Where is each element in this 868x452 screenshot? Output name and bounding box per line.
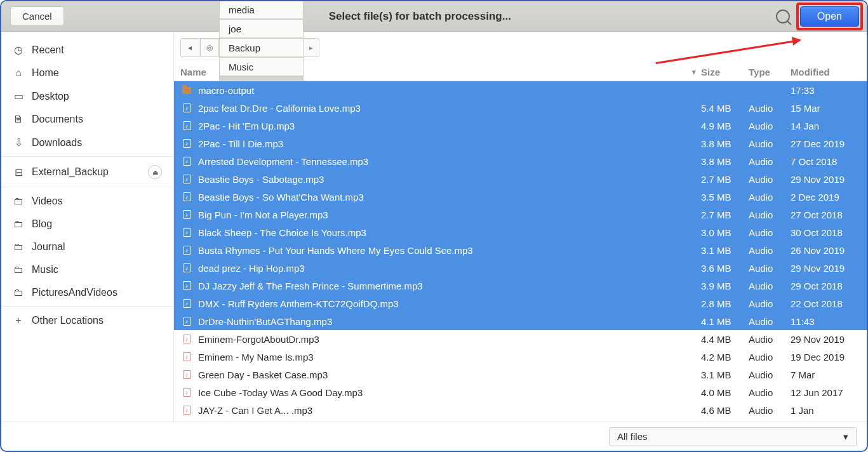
file-row[interactable]: Green Day - Basket Case.mp33.1 MBAudio7 … (174, 366, 867, 383)
file-size: 2.7 MB (701, 209, 749, 220)
file-size: 2.7 MB (701, 174, 749, 185)
file-type: Audio (749, 369, 791, 380)
path-root-button[interactable]: ◎ (200, 38, 219, 57)
cancel-button[interactable]: Cancel (10, 6, 64, 26)
file-name: Big Pun - I'm Not a Player.mp3 (198, 209, 701, 220)
sidebar-item-documents[interactable]: 🗎Documents (1, 108, 173, 131)
sidebar-item-journal[interactable]: 🗀Journal (1, 236, 173, 258)
file-modified: 29 Nov 2019 (791, 263, 867, 274)
sidebar-item-music[interactable]: 🗀Music (1, 258, 173, 281)
disk-icon: ◎ (206, 43, 213, 52)
file-type: Audio (749, 192, 791, 203)
sidebar-item-desktop[interactable]: ▭Desktop (1, 84, 173, 108)
body: ◷Recent⌂Home▭Desktop🗎Documents⇩Downloads… (1, 32, 867, 422)
file-name: Beastie Boys - So What'Cha Want.mp3 (198, 192, 701, 203)
column-headers: Name ▾ Size Type Modified (174, 63, 867, 81)
path-forward-button[interactable]: ▸ (303, 38, 319, 57)
file-row[interactable]: Beastie Boys - Sabotage.mp32.7 MBAudio29… (174, 170, 867, 188)
sidebar-item-external_backup[interactable]: ⊟External_Backup⏏ (1, 159, 173, 187)
file-type: Audio (749, 227, 791, 238)
footer-bar: All files ▾ (1, 422, 867, 451)
audio-file-icon (180, 210, 193, 219)
file-list[interactable]: macro-output17:332pac feat Dr.Dre - Cali… (174, 81, 867, 422)
forward-icon: ▸ (309, 44, 313, 52)
file-size: 3.5 MB (701, 192, 749, 203)
file-type: Audio (749, 245, 791, 256)
file-row[interactable]: DJ Jazzy Jeff & The Fresh Prince - Summe… (174, 277, 867, 295)
file-row[interactable]: Black Sheep - The Choice Is Yours.mp33.0… (174, 223, 867, 241)
breadcrumb-segment[interactable]: joe (219, 19, 304, 38)
audio-file-icon (180, 103, 193, 112)
file-row[interactable]: 2Pac - Hit 'Em Up.mp34.9 MBAudio14 Jan (174, 117, 867, 135)
file-row[interactable]: DrDre-Nuthin'ButAGThang.mp34.1 MBAudio11… (174, 312, 867, 330)
open-button[interactable]: Open (800, 6, 859, 27)
file-modified: 26 Nov 2019 (791, 245, 867, 256)
home-icon: ⌂ (13, 67, 24, 79)
file-type: Audio (749, 352, 791, 362)
file-row[interactable]: Busta Rhymes - Put Your Hands Where My E… (174, 241, 867, 259)
sidebar-item-label: External_Backup (32, 166, 109, 178)
file-name: 2Pac - Till I Die.mp3 (198, 138, 701, 149)
file-row[interactable]: DMX - Ruff Ryders Anthem-KTC72QoifDQ.mp3… (174, 295, 867, 312)
file-row[interactable]: Ice Cube -Today Was A Good Day.mp34.0 MB… (174, 383, 867, 401)
search-icon[interactable] (776, 10, 790, 23)
file-row[interactable]: Beastie Boys - So What'Cha Want.mp33.5 M… (174, 188, 867, 206)
sidebar-item-picturesandvideos[interactable]: 🗀PicturesAndVideos (1, 281, 173, 307)
file-row[interactable]: macro-output17:33 (174, 81, 867, 99)
sidebar-item-recent[interactable]: ◷Recent (1, 38, 173, 62)
audio-file-icon (180, 121, 193, 130)
file-size: 3.8 MB (701, 156, 749, 167)
main-panel: ◂ ◎ mediajoeBackupMusicRunningPlaylist ▸… (174, 32, 867, 422)
file-size: 5.4 MB (701, 103, 749, 114)
file-type: Audio (749, 387, 791, 398)
sidebar-item-downloads[interactable]: ⇩Downloads (1, 131, 173, 157)
audio-file-icon (180, 228, 193, 237)
file-row[interactable]: Arrested Development - Tennessee.mp33.8 … (174, 152, 867, 170)
audio-file-icon (180, 246, 193, 255)
file-modified: 30 Oct 2018 (791, 227, 867, 238)
sidebar-item-blog[interactable]: 🗀Blog (1, 213, 173, 236)
file-size: 3.1 MB (701, 369, 749, 380)
column-header-modified[interactable]: Modified (791, 67, 867, 77)
file-row[interactable]: 2Pac - Till I Die.mp33.8 MBAudio27 Dec 2… (174, 135, 867, 152)
file-size: 3.9 MB (701, 281, 749, 291)
column-header-type[interactable]: Type (749, 67, 791, 77)
path-back-button[interactable]: ◂ (180, 38, 199, 57)
file-name: dead prez - Hip Hop.mp3 (198, 263, 701, 274)
file-row[interactable]: JAY-Z - Can I Get A... .mp34.6 MBAudio1 … (174, 401, 867, 419)
file-row[interactable]: Eminem-ForgotAboutDr.mp34.4 MBAudio29 No… (174, 330, 867, 348)
eject-icon[interactable]: ⏏ (148, 165, 162, 179)
file-modified: 2 Dec 2019 (791, 192, 867, 203)
file-type-filter[interactable]: All files ▾ (609, 427, 857, 446)
sidebar-item-home[interactable]: ⌂Home (1, 62, 173, 84)
sidebar-item-label: Desktop (32, 91, 69, 102)
file-modified: 7 Oct 2018 (791, 156, 867, 167)
file-name: Eminem - My Name Is.mp3 (198, 352, 701, 362)
file-row[interactable]: Eminem - My Name Is.mp34.2 MBAudio19 Dec… (174, 348, 867, 366)
file-row[interactable]: dead prez - Hip Hop.mp33.6 MBAudio29 Nov… (174, 259, 867, 277)
file-size: 4.9 MB (701, 121, 749, 131)
file-row[interactable]: 2pac feat Dr.Dre - California Love.mp35.… (174, 99, 867, 117)
sidebar-item-videos[interactable]: 🗀Videos (1, 190, 173, 213)
column-header-name[interactable]: Name (180, 67, 692, 77)
path-bar: ◂ ◎ mediajoeBackupMusicRunningPlaylist ▸ (174, 32, 867, 63)
file-type: Audio (749, 334, 791, 345)
file-name: 2pac feat Dr.Dre - California Love.mp3 (198, 103, 701, 114)
breadcrumb-segment[interactable]: Backup (219, 38, 304, 57)
audio-file-icon (180, 263, 193, 272)
file-name: Arrested Development - Tennessee.mp3 (198, 156, 701, 167)
file-modified: 1 Jan (791, 405, 867, 416)
column-header-size[interactable]: Size (701, 67, 749, 77)
sidebar-item-other locations[interactable]: +Other Locations (1, 309, 173, 332)
file-row[interactable]: Big Pun - I'm Not a Player.mp32.7 MBAudi… (174, 206, 867, 223)
file-size: 3.1 MB (701, 245, 749, 256)
sidebar-item-label: Home (32, 67, 59, 79)
breadcrumb-segment[interactable]: media (219, 0, 304, 19)
file-type: Audio (749, 121, 791, 131)
file-modified: 29 Oct 2018 (791, 281, 867, 291)
file-name: 2Pac - Hit 'Em Up.mp3 (198, 121, 701, 131)
audio-file-icon (180, 388, 193, 397)
dialog-title: Select file(s) for batch processing... (64, 10, 776, 23)
places-sidebar: ◷Recent⌂Home▭Desktop🗎Documents⇩Downloads… (1, 32, 174, 422)
sort-desc-icon: ▾ (692, 68, 696, 76)
